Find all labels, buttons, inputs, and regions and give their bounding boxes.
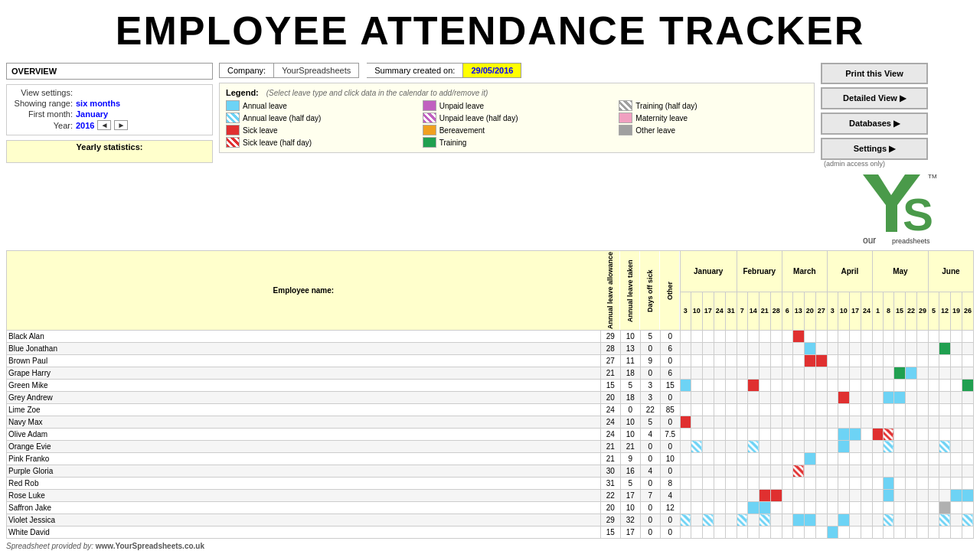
- day-cell[interactable]: [939, 441, 950, 453]
- day-cell[interactable]: [950, 416, 962, 429]
- day-cell[interactable]: [962, 367, 973, 380]
- day-cell[interactable]: [770, 527, 782, 539]
- day-cell[interactable]: [883, 478, 893, 490]
- day-cell[interactable]: [792, 465, 804, 478]
- day-cell[interactable]: [861, 490, 872, 502]
- day-cell[interactable]: [691, 331, 702, 343]
- day-cell[interactable]: [804, 355, 815, 367]
- day-cell[interactable]: [725, 478, 737, 490]
- day-cell[interactable]: [962, 514, 973, 527]
- day-cell[interactable]: [905, 429, 916, 441]
- day-cell[interactable]: [872, 441, 883, 453]
- day-cell[interactable]: [893, 502, 905, 514]
- day-cell[interactable]: [725, 453, 737, 465]
- day-cell[interactable]: [838, 502, 849, 514]
- day-cell[interactable]: [916, 416, 928, 429]
- day-cell[interactable]: [883, 441, 893, 453]
- day-cell[interactable]: [861, 380, 872, 392]
- day-cell[interactable]: [838, 355, 849, 367]
- day-cell[interactable]: [759, 343, 770, 355]
- day-cell[interactable]: [680, 331, 691, 343]
- day-cell[interactable]: [872, 416, 883, 429]
- day-cell[interactable]: [939, 380, 950, 392]
- day-cell[interactable]: [804, 404, 815, 416]
- day-cell[interactable]: [916, 490, 928, 502]
- day-cell[interactable]: [737, 331, 747, 343]
- day-cell[interactable]: [691, 465, 702, 478]
- day-cell[interactable]: [759, 367, 770, 380]
- day-cell[interactable]: [893, 404, 905, 416]
- day-cell[interactable]: [849, 331, 861, 343]
- day-cell[interactable]: [962, 478, 973, 490]
- day-cell[interactable]: [905, 392, 916, 404]
- day-cell[interactable]: [872, 367, 883, 380]
- day-cell[interactable]: [872, 429, 883, 441]
- day-cell[interactable]: [815, 490, 827, 502]
- day-cell[interactable]: [849, 380, 861, 392]
- day-cell[interactable]: [928, 514, 939, 527]
- day-cell[interactable]: [770, 416, 782, 429]
- settings-button[interactable]: Settings ▶: [821, 138, 928, 160]
- day-cell[interactable]: [770, 343, 782, 355]
- day-cell[interactable]: [872, 392, 883, 404]
- day-cell[interactable]: [815, 441, 827, 453]
- day-cell[interactable]: [883, 453, 893, 465]
- day-cell[interactable]: [849, 416, 861, 429]
- day-cell[interactable]: [893, 367, 905, 380]
- day-cell[interactable]: [782, 478, 792, 490]
- day-cell[interactable]: [759, 514, 770, 527]
- day-cell[interactable]: [747, 453, 759, 465]
- day-cell[interactable]: [680, 441, 691, 453]
- day-cell[interactable]: [759, 355, 770, 367]
- day-cell[interactable]: [950, 429, 962, 441]
- day-cell[interactable]: [883, 404, 893, 416]
- day-cell[interactable]: [792, 502, 804, 514]
- day-cell[interactable]: [782, 355, 792, 367]
- day-cell[interactable]: [747, 441, 759, 453]
- day-cell[interactable]: [883, 343, 893, 355]
- day-cell[interactable]: [691, 478, 702, 490]
- day-cell[interactable]: [691, 392, 702, 404]
- day-cell[interactable]: [962, 429, 973, 441]
- day-cell[interactable]: [770, 441, 782, 453]
- day-cell[interactable]: [893, 490, 905, 502]
- day-cell[interactable]: [714, 355, 725, 367]
- day-cell[interactable]: [893, 331, 905, 343]
- day-cell[interactable]: [792, 392, 804, 404]
- day-cell[interactable]: [861, 514, 872, 527]
- day-cell[interactable]: [939, 404, 950, 416]
- day-cell[interactable]: [759, 380, 770, 392]
- day-cell[interactable]: [928, 478, 939, 490]
- day-cell[interactable]: [827, 392, 838, 404]
- day-cell[interactable]: [770, 392, 782, 404]
- day-cell[interactable]: [792, 478, 804, 490]
- day-cell[interactable]: [702, 331, 714, 343]
- day-cell[interactable]: [747, 367, 759, 380]
- day-cell[interactable]: [737, 392, 747, 404]
- day-cell[interactable]: [792, 355, 804, 367]
- day-cell[interactable]: [714, 343, 725, 355]
- day-cell[interactable]: [883, 392, 893, 404]
- day-cell[interactable]: [883, 527, 893, 539]
- day-cell[interactable]: [725, 502, 737, 514]
- day-cell[interactable]: [861, 404, 872, 416]
- day-cell[interactable]: [747, 478, 759, 490]
- day-cell[interactable]: [792, 380, 804, 392]
- day-cell[interactable]: [725, 527, 737, 539]
- day-cell[interactable]: [872, 502, 883, 514]
- day-cell[interactable]: [928, 367, 939, 380]
- day-cell[interactable]: [747, 380, 759, 392]
- day-cell[interactable]: [725, 343, 737, 355]
- day-cell[interactable]: [928, 331, 939, 343]
- day-cell[interactable]: [792, 514, 804, 527]
- day-cell[interactable]: [691, 441, 702, 453]
- day-cell[interactable]: [691, 343, 702, 355]
- day-cell[interactable]: [759, 453, 770, 465]
- day-cell[interactable]: [680, 527, 691, 539]
- day-cell[interactable]: [872, 404, 883, 416]
- day-cell[interactable]: [928, 416, 939, 429]
- day-cell[interactable]: [714, 416, 725, 429]
- day-cell[interactable]: [893, 453, 905, 465]
- day-cell[interactable]: [905, 453, 916, 465]
- day-cell[interactable]: [861, 441, 872, 453]
